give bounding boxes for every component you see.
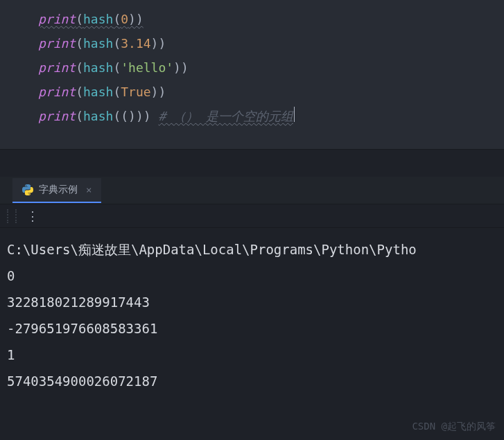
code-token: print — [38, 107, 76, 125]
code-token: print — [38, 10, 76, 28]
code-token: print — [38, 58, 76, 77]
code-token: )) — [151, 34, 166, 53]
code-token: )) — [151, 82, 166, 101]
code-line[interactable]: print(hash(3.14)) — [0, 31, 504, 55]
code-token: ( — [113, 82, 121, 101]
code-token: # （） 是一个空的元组 — [158, 107, 293, 125]
console-line: 322818021289917443 — [7, 289, 497, 315]
text-cursor — [294, 107, 295, 122]
code-token — [151, 107, 159, 125]
console-line: 5740354900026072187 — [7, 368, 497, 394]
watermark: CSDN @起飞的风筝 — [412, 421, 496, 433]
drag-handle-icon[interactable] — [7, 209, 17, 223]
code-line[interactable]: print(hash(0)) — [0, 7, 504, 31]
code-token: hash — [83, 10, 113, 28]
code-token: ( — [113, 10, 121, 28]
code-editor[interactable]: print(hash(0))print(hash(3.14))print(has… — [0, 0, 504, 149]
console-line: 0 — [7, 263, 497, 289]
code-token: hash — [83, 107, 113, 125]
code-token: ( — [76, 34, 83, 53]
more-icon[interactable]: ⋮ — [26, 209, 40, 223]
output-pane: 字典示例 × ⋮ C:\Users\痴迷故里\AppData\Local\Pro… — [0, 177, 504, 403]
code-token: print — [38, 34, 76, 53]
code-token: hash — [83, 58, 113, 77]
console-output[interactable]: C:\Users\痴迷故里\AppData\Local\Programs\Pyt… — [0, 228, 504, 403]
console-line: C:\Users\痴迷故里\AppData\Local\Programs\Pyt… — [7, 236, 497, 263]
code-line[interactable]: print(hash(True)) — [0, 80, 504, 104]
code-token: 'hello' — [121, 58, 173, 77]
code-token: hash — [83, 34, 113, 53]
code-line[interactable]: print(hash(())) # （） 是一个空的元组 — [0, 104, 504, 128]
code-token: ( — [76, 10, 83, 28]
code-token: 3.14 — [121, 34, 150, 53]
code-token: (())) — [113, 107, 150, 125]
code-token: ( — [76, 82, 83, 101]
console-line: -279651976608583361 — [7, 315, 497, 342]
code-token: )) — [173, 58, 189, 77]
code-token: ( — [76, 58, 83, 77]
code-line[interactable]: print(hash('hello')) — [0, 55, 504, 80]
tab-active[interactable]: 字典示例 × — [12, 178, 101, 203]
code-token: print — [38, 82, 76, 101]
tab-label: 字典示例 — [39, 184, 78, 196]
output-toolbar: ⋮ — [0, 204, 504, 228]
code-token: True — [121, 82, 150, 101]
code-token: ( — [113, 58, 121, 77]
code-token: ( — [113, 34, 121, 53]
tab-bar: 字典示例 × — [0, 177, 504, 204]
code-token: ( — [76, 107, 83, 125]
close-icon[interactable]: × — [86, 184, 92, 195]
code-token: 0 — [121, 10, 128, 28]
console-line: 1 — [7, 342, 497, 368]
pane-divider — [0, 149, 504, 177]
code-token: hash — [83, 82, 113, 101]
code-token: )) — [128, 10, 144, 28]
python-icon — [22, 184, 33, 195]
